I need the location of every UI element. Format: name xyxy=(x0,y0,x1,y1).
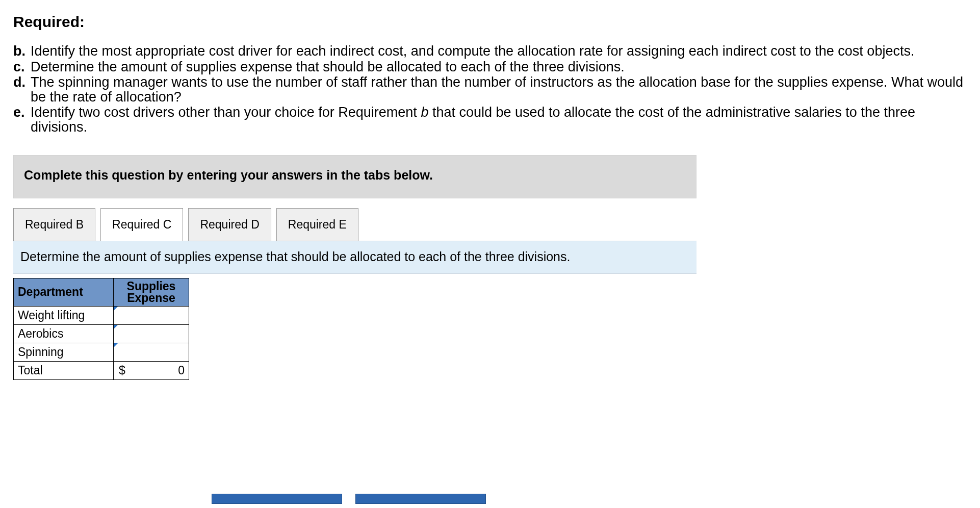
dept-cell-spinning: Spinning xyxy=(14,343,114,361)
editable-marker-icon xyxy=(114,325,118,329)
requirement-marker: d. xyxy=(13,75,25,90)
table-header-department: Department xyxy=(14,278,114,306)
total-value: 0 xyxy=(178,364,185,377)
nav-row xyxy=(212,494,486,504)
supplies-input-weight-lifting[interactable] xyxy=(114,306,189,324)
dept-cell-aerobics: Aerobics xyxy=(14,324,114,343)
supplies-input-spinning[interactable] xyxy=(114,343,189,361)
prev-tab-button[interactable] xyxy=(212,494,342,504)
tab-required-e[interactable]: Required E xyxy=(276,208,358,241)
requirement-marker: e. xyxy=(13,105,25,120)
requirement-text: Identify the most appropriate cost drive… xyxy=(31,43,914,59)
requirement-item-c: c. Determine the amount of supplies expe… xyxy=(31,60,967,74)
requirement-item-e: e. Identify two cost drivers other than … xyxy=(31,105,967,134)
tab-required-c[interactable]: Required C xyxy=(100,208,183,241)
table-header-supplies-expense: Supplies Expense xyxy=(114,278,189,306)
table-row: Weight lifting xyxy=(14,306,189,324)
editable-marker-icon xyxy=(114,307,118,311)
next-tab-button[interactable] xyxy=(355,494,486,504)
supplies-input-aerobics[interactable] xyxy=(114,324,189,343)
total-label-cell: Total xyxy=(14,361,114,379)
required-heading: Required: xyxy=(13,13,967,31)
requirement-text: Determine the amount of supplies expense… xyxy=(31,59,625,74)
tab-panel-description: Determine the amount of supplies expense… xyxy=(13,241,697,274)
requirement-text: The spinning manager wants to use the nu… xyxy=(31,74,963,105)
tabs-row: Required B Required C Required D Require… xyxy=(13,208,697,241)
editable-marker-icon xyxy=(114,343,118,347)
instruction-bar: Complete this question by entering your … xyxy=(13,155,697,198)
requirement-item-b: b. Identify the most appropriate cost dr… xyxy=(31,44,967,59)
requirement-marker: b. xyxy=(13,44,25,59)
page-root: Required: b. Identify the most appropria… xyxy=(0,0,980,508)
total-value-cell: $ 0 xyxy=(114,361,189,379)
table-row: Aerobics xyxy=(14,324,189,343)
requirement-item-d: d. The spinning manager wants to use the… xyxy=(31,75,967,104)
table-header-supplies-line2: Expense xyxy=(127,291,175,304)
tab-required-d[interactable]: Required D xyxy=(188,208,271,241)
table-row: Spinning xyxy=(14,343,189,361)
requirement-marker: c. xyxy=(13,60,25,74)
supplies-expense-table: Department Supplies Expense Weight lifti… xyxy=(13,278,189,380)
table-row-total: Total $ 0 xyxy=(14,361,189,379)
requirements-list: b. Identify the most appropriate cost dr… xyxy=(13,44,967,135)
currency-symbol: $ xyxy=(119,364,125,377)
requirement-text: Identify two cost drivers other than you… xyxy=(31,105,915,135)
dept-cell-weight-lifting: Weight lifting xyxy=(14,306,114,324)
tab-required-b[interactable]: Required B xyxy=(13,208,95,241)
